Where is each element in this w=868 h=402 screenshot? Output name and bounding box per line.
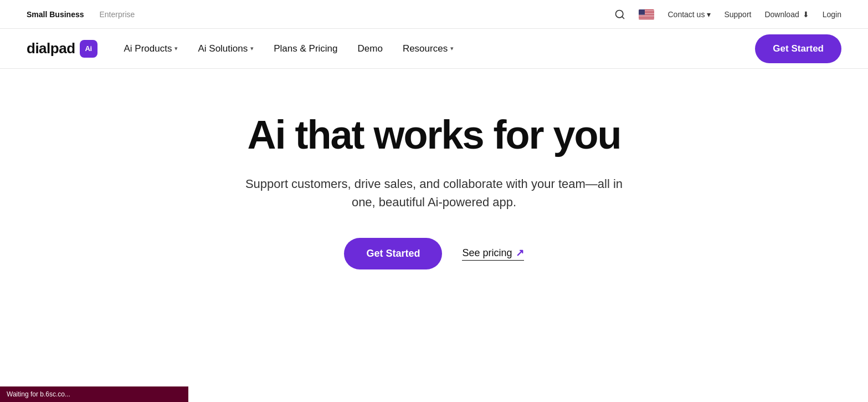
main-navigation: dialpad Ai Ai Products ▾ Ai Solutions ▾ … <box>0 29 868 69</box>
nav-item-demo[interactable]: Demo <box>358 43 383 54</box>
svg-rect-13 <box>639 18 654 18</box>
hero-see-pricing-link[interactable]: See pricing ↗ <box>462 247 523 261</box>
flag-us[interactable] <box>639 9 654 19</box>
svg-rect-15 <box>639 9 645 15</box>
logo-text: dialpad <box>27 40 75 57</box>
small-business-link[interactable]: Small Business <box>27 10 84 19</box>
nav-links: Ai Products ▾ Ai Solutions ▾ Plans & Pri… <box>124 43 454 54</box>
svg-rect-11 <box>639 16 654 17</box>
top-bar-right: Contact us ▾ Support Download ⬇ Login <box>614 9 841 20</box>
status-bar: Waiting for b.6sc.co... <box>0 386 188 402</box>
ai-products-chevron-icon: ▾ <box>174 45 178 52</box>
ai-solutions-chevron-icon: ▾ <box>250 45 254 52</box>
support-link[interactable]: Support <box>724 10 751 19</box>
hero-cta-group: Get Started See pricing ↗ <box>344 238 523 269</box>
nav-get-started-button[interactable]: Get Started <box>755 34 841 63</box>
svg-rect-12 <box>639 17 654 18</box>
hero-title: Ai that works for you <box>247 113 620 157</box>
nav-item-plans-pricing[interactable]: Plans & Pricing <box>274 43 337 54</box>
hero-subtitle: Support customers, drive sales, and coll… <box>235 175 634 211</box>
svg-rect-10 <box>639 16 654 16</box>
nav-item-ai-solutions[interactable]: Ai Solutions ▾ <box>198 43 254 54</box>
resources-chevron-icon: ▾ <box>450 45 454 52</box>
svg-rect-14 <box>639 18 654 19</box>
nav-item-ai-products[interactable]: Ai Products ▾ <box>124 43 178 54</box>
logo-ai-badge: Ai <box>80 40 97 58</box>
login-link[interactable]: Login <box>823 10 841 19</box>
enterprise-link[interactable]: Enterprise <box>100 10 135 19</box>
download-button[interactable]: Download ⬇ <box>764 10 809 19</box>
download-icon: ⬇ <box>803 10 809 19</box>
svg-line-1 <box>622 16 624 18</box>
see-pricing-arrow-icon: ↗ <box>516 247 524 259</box>
nav-item-resources[interactable]: Resources ▾ <box>403 43 454 54</box>
hero-section: Ai that works for you Support customers,… <box>0 69 868 303</box>
contact-us-button[interactable]: Contact us ▾ <box>667 10 711 19</box>
svg-rect-9 <box>639 15 654 16</box>
hero-get-started-button[interactable]: Get Started <box>344 238 442 269</box>
top-bar-left: Small Business Enterprise <box>27 10 135 19</box>
search-button[interactable] <box>614 9 625 20</box>
logo[interactable]: dialpad Ai <box>27 40 97 58</box>
search-icon <box>614 9 625 20</box>
status-bar-text: Waiting for b.6sc.co... <box>7 390 70 398</box>
top-utility-bar: Small Business Enterprise <box>0 0 868 29</box>
nav-left: dialpad Ai Ai Products ▾ Ai Solutions ▾ … <box>27 40 454 58</box>
us-flag-icon <box>639 9 654 19</box>
contact-us-chevron-icon: ▾ <box>707 10 711 19</box>
